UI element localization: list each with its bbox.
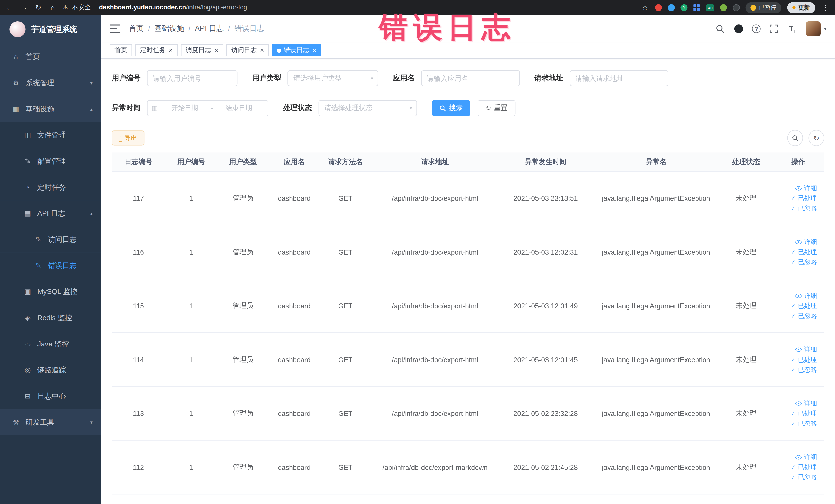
- tab-label: 错误日志: [284, 46, 309, 55]
- column-header: 异常名: [592, 157, 720, 166]
- update-button[interactable]: 更新: [787, 2, 815, 13]
- processed-link[interactable]: ✓已处理: [791, 247, 817, 257]
- process-status-select[interactable]: 请选择处理状态 ▾: [319, 100, 417, 116]
- cell-url: /api/infra/db-doc/export-html: [371, 356, 499, 364]
- refresh-icon: ↻: [813, 134, 819, 142]
- sidebar-item-api-logs[interactable]: ▤API 日志▴: [0, 200, 101, 226]
- user-type-select[interactable]: 请选择用户类型 ▾: [287, 70, 378, 86]
- toggle-search-button[interactable]: [787, 130, 803, 146]
- check-icon: ✓: [791, 409, 795, 418]
- sidebar-item-log-center[interactable]: ⊟日志中心: [0, 383, 101, 409]
- ignored-link[interactable]: ✓已忽略: [791, 365, 817, 374]
- sidebar-item-trace[interactable]: ◎链路追踪: [0, 357, 101, 383]
- close-icon[interactable]: ×: [260, 47, 264, 54]
- help-icon[interactable]: ?: [752, 24, 760, 33]
- extension-icon-drop[interactable]: [668, 4, 675, 11]
- sidebar-item-config-mgmt[interactable]: ✎配置管理: [0, 148, 101, 174]
- detail-link[interactable]: 详细: [795, 184, 817, 193]
- app-name-input[interactable]: [421, 70, 520, 86]
- user-menu[interactable]: ▾: [806, 21, 827, 36]
- sidebar-item-redis-monitor[interactable]: ◈Redis 监控: [0, 305, 101, 331]
- sidebar-item-file-mgmt[interactable]: ◫文件管理: [0, 122, 101, 148]
- ignored-link[interactable]: ✓已忽略: [791, 419, 817, 428]
- processed-link[interactable]: ✓已处理: [791, 355, 817, 364]
- search-icon[interactable]: [715, 23, 726, 34]
- tab-label: 调度日志: [186, 46, 211, 55]
- ignored-link[interactable]: ✓已忽略: [791, 258, 817, 266]
- sidebar-item-mysql-monitor[interactable]: ▣MySQL 监控: [0, 279, 101, 305]
- request-url-input[interactable]: [570, 70, 668, 86]
- security-label: 不安全: [72, 3, 91, 12]
- tab-error-log[interactable]: 错误日志×: [272, 44, 321, 57]
- breadcrumb-item[interactable]: API 日志: [195, 24, 224, 33]
- breadcrumb-item[interactable]: 基础设施: [154, 24, 184, 33]
- sidebar-item-access-log[interactable]: ✎访问日志: [0, 226, 101, 253]
- paused-label: 已暂停: [759, 3, 776, 11]
- infra-icon: ▦: [12, 105, 20, 113]
- search-button[interactable]: 搜索: [432, 100, 470, 116]
- sidebar-item-java-monitor[interactable]: ☕Java 监控: [0, 331, 101, 357]
- hamburger-icon[interactable]: [109, 24, 120, 33]
- url-domain: dashboard.yudao.iocoder.cn: [99, 4, 186, 11]
- close-icon[interactable]: ×: [214, 47, 219, 54]
- detail-link[interactable]: 详细: [795, 237, 817, 246]
- extension-on-badge[interactable]: on: [706, 4, 714, 11]
- home-nav-icon[interactable]: ⌂: [48, 3, 57, 11]
- detail-link[interactable]: 详细: [795, 291, 817, 300]
- gear-icon: ⚙: [12, 79, 20, 87]
- ignored-link[interactable]: ✓已忽略: [791, 311, 817, 320]
- ignored-link[interactable]: ✓已忽略: [791, 473, 817, 482]
- back-icon[interactable]: ←: [5, 3, 14, 11]
- detail-link[interactable]: 详细: [795, 452, 817, 461]
- close-icon[interactable]: ×: [169, 47, 173, 54]
- processed-link[interactable]: ✓已处理: [791, 409, 817, 418]
- extension-icon-pin[interactable]: [733, 4, 740, 11]
- reset-button[interactable]: ↻ 重置: [478, 100, 515, 116]
- export-button[interactable]: ↑ 导出: [112, 130, 144, 145]
- cell-user-id: 1: [165, 248, 217, 256]
- action-label: 已忽略: [798, 311, 817, 320]
- paused-badge[interactable]: 已暂停: [746, 2, 781, 13]
- tab-access-log[interactable]: 访问日志×: [226, 44, 269, 57]
- sidebar-item-scheduled-tasks[interactable]: ◔定时任务: [0, 174, 101, 200]
- breadcrumb-item[interactable]: 首页: [129, 24, 144, 33]
- font-size-icon[interactable]: TT: [787, 23, 798, 34]
- extension-icon-red[interactable]: [655, 4, 662, 11]
- sidebar-item-home[interactable]: ⌂首页: [0, 44, 101, 70]
- cell-method: GET: [320, 302, 371, 310]
- tab-home[interactable]: 首页: [109, 44, 132, 57]
- reload-icon[interactable]: ↻: [34, 3, 43, 11]
- bookmark-star-icon[interactable]: ☆: [641, 3, 649, 11]
- exception-time-range[interactable]: ▦ 开始日期 - 结束日期: [147, 100, 268, 116]
- sidebar-item-system-mgmt[interactable]: ⚙系统管理▾: [0, 70, 101, 96]
- sidebar-item-infrastructure[interactable]: ▦基础设施▴: [0, 96, 101, 122]
- user-id-input[interactable]: [147, 70, 238, 86]
- action-label: 已处理: [798, 194, 817, 203]
- breadcrumb-item[interactable]: 错误日志: [235, 24, 264, 33]
- processed-link[interactable]: ✓已处理: [791, 463, 817, 472]
- extension-icon-leaf[interactable]: [720, 4, 727, 11]
- more-menu-icon[interactable]: ⋮: [821, 3, 830, 11]
- github-icon[interactable]: [734, 23, 744, 34]
- close-icon[interactable]: ×: [312, 47, 317, 54]
- refresh-button[interactable]: ↻: [808, 130, 824, 146]
- address-bar[interactable]: ⚠ 不安全 dashboard.yudao.iocoder.cn/infra/l…: [63, 3, 635, 12]
- action-label: 已处理: [798, 409, 817, 418]
- processed-link[interactable]: ✓已处理: [791, 301, 817, 310]
- ignored-link[interactable]: ✓已忽略: [791, 204, 817, 213]
- sidebar-item-label: 定时任务: [37, 183, 66, 192]
- sidebar-item-dev-tools[interactable]: ⚒研发工具▾: [0, 409, 101, 435]
- tab-scheduled-tasks[interactable]: 定时任务×: [135, 44, 178, 57]
- processed-link[interactable]: ✓已处理: [791, 194, 817, 203]
- detail-link[interactable]: 详细: [795, 345, 817, 354]
- forward-icon[interactable]: →: [20, 3, 28, 11]
- extensions-grid-icon[interactable]: [693, 4, 700, 11]
- detail-link[interactable]: 详细: [795, 399, 817, 408]
- cell-user-id: 1: [165, 194, 217, 202]
- extension-icon-green[interactable]: Y: [681, 4, 688, 11]
- url-text: dashboard.yudao.iocoder.cn/infra/log/api…: [99, 4, 247, 11]
- tab-schedule-log[interactable]: 调度日志×: [181, 44, 223, 57]
- toolbar-row: ↑ 导出 ↻: [112, 130, 824, 146]
- sidebar-item-error-log[interactable]: ✎错误日志: [0, 253, 101, 279]
- fullscreen-icon[interactable]: [769, 23, 779, 34]
